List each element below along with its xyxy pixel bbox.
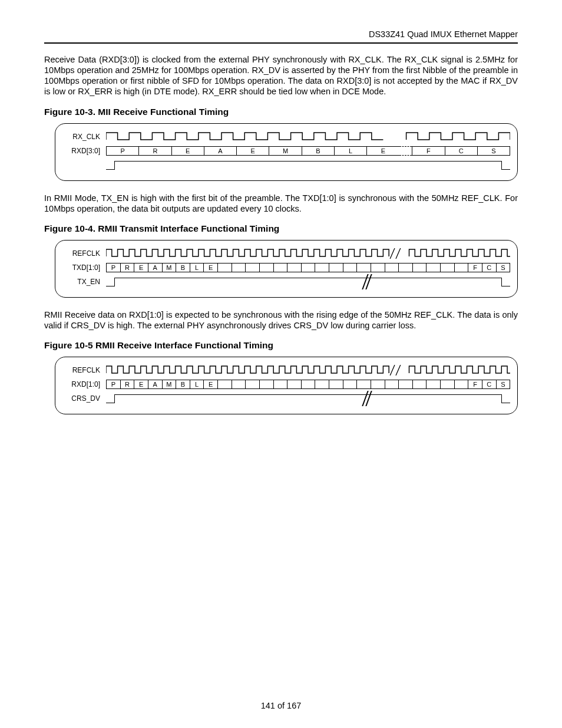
cell [287,263,301,272]
cell [343,380,357,389]
cell [356,380,371,389]
cell [385,380,399,389]
cell [232,380,246,389]
data-cells-104: PREAMBLEFCS [106,263,510,272]
sig-label-txen: TX_EN [62,278,103,286]
cell: E [236,146,269,156]
sig-label-rxd10: RXD[1:0] [62,380,103,388]
cell [398,380,412,389]
cell: B [302,146,334,156]
cell: M [269,146,301,156]
figure-10-3-title: Figure 10-3. MII Receive Functional Timi… [44,107,518,117]
cell [315,263,329,272]
waveform-refclk-105 [106,365,510,375]
enable-line-105 [106,393,510,404]
cell [232,263,246,272]
cell-gap [399,146,412,156]
figure-10-5-diagram: REFCLK RXD[1:0] PREAMBLEFCS CRS_DV [55,357,518,414]
cell: B [176,263,190,272]
cell: P [106,380,120,389]
cell [273,263,287,272]
cell: S [496,263,511,272]
waveform-rxclk [106,131,510,142]
waveform-refclk-104 [106,248,510,259]
cell [259,263,273,272]
cell [385,263,399,272]
cell: L [190,263,204,272]
cell [356,263,371,272]
enable-line-104 [106,276,510,287]
cell [273,380,287,389]
sig-label-rxd: RXD[3:0] [62,147,103,155]
cell: C [445,146,477,156]
cell: F [468,263,482,272]
figure-10-3-diagram: RX_CLK RXD[3:0] P R E A E M B L E F C S [55,123,518,181]
cell: M [162,263,176,272]
cell [245,263,259,272]
cell: E [203,380,217,389]
cell: C [482,380,496,389]
cell [329,263,343,272]
cell [412,380,427,389]
cell: F [412,146,444,156]
cell [301,380,315,389]
data-cells-103: P R E A E M B L E F C S [106,146,510,156]
cell [454,380,468,389]
cell [398,263,412,272]
cell [315,380,329,389]
paragraph-3: RMII Receive data on RXD[1:0] is expecte… [44,309,518,331]
paragraph-1: Receive Data (RXD[3:0]) is clocked from … [44,54,518,97]
cell: M [162,380,176,389]
sig-label-refclk-104: REFCLK [62,249,103,258]
cell [287,380,301,389]
cell: E [203,263,217,272]
cell [371,380,385,389]
cell [440,380,454,389]
cell: E [134,380,148,389]
cell: S [496,380,511,389]
cell: P [106,263,120,272]
enable-line-103 [106,160,510,170]
cell [371,263,385,272]
sig-label-rxclk: RX_CLK [62,133,103,141]
cell: E [171,146,204,156]
cell [440,263,454,272]
cell [343,263,357,272]
cell: R [120,263,134,272]
cell: E [366,146,399,156]
header-rule [44,42,518,44]
cell [217,263,232,272]
cell: B [176,380,190,389]
header-product: DS33Z41 Quad IMUX Ethernet Mapper [44,29,518,42]
cell [245,380,259,389]
cell [329,380,343,389]
cell [454,263,468,272]
cell [426,263,440,272]
cell: R [120,380,134,389]
figure-10-5-title: Figure 10-5 RMII Receive Interface Funct… [44,340,518,351]
page-footer: 141 of 167 [0,701,562,710]
cell [412,263,427,272]
figure-10-4-title: Figure 10-4. RMII Transmit Interface Fun… [44,223,518,234]
cell: L [190,380,204,389]
cell: L [334,146,366,156]
cell [301,263,315,272]
cell: E [134,263,148,272]
paragraph-2: In RMII Mode, TX_EN is high with the fir… [44,193,518,214]
cell: A [204,146,236,156]
cell [217,380,232,389]
cell [259,380,273,389]
sig-label-crsdv: CRS_DV [62,394,103,403]
sig-label-txd: TXD[1:0] [62,263,103,272]
cell: S [477,146,510,156]
figure-10-4-diagram: REFCLK TXD[1:0] PREAMBLEFCS TX_EN [55,240,518,298]
cell: C [482,263,496,272]
cell: A [148,380,162,389]
sig-label-refclk-105: REFCLK [62,366,103,374]
data-cells-105: PREAMBLEFCS [106,380,510,389]
cell: F [468,380,482,389]
cell: A [148,263,162,272]
cell [426,380,440,389]
cell: R [138,146,171,156]
cell: P [106,146,138,156]
